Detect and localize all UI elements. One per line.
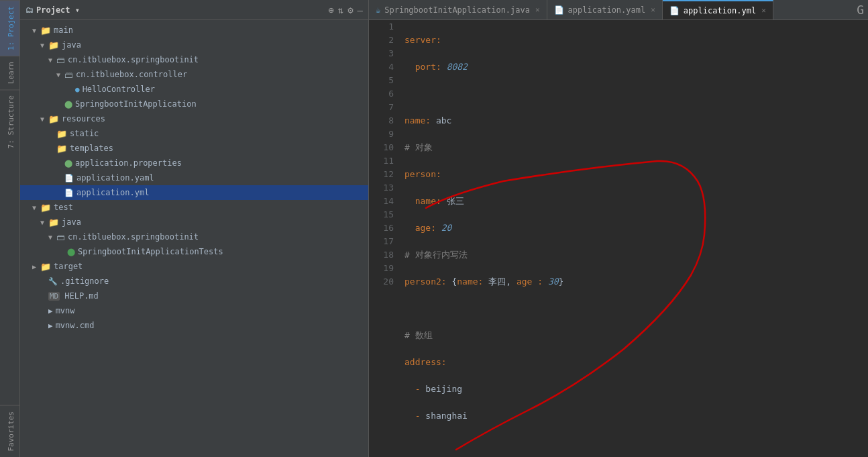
code-line-9: # 对象行内写法 xyxy=(404,248,863,262)
package-name-controller: cn.itbluebox.controller xyxy=(76,70,187,79)
tab-application-yaml[interactable]: 📄 application.yaml ✕ xyxy=(547,0,663,19)
yml-icon: 📄 xyxy=(64,189,74,197)
code-line-13: address: xyxy=(404,356,863,369)
tab-icon-java: ☕ xyxy=(376,5,380,15)
md-icon: MD xyxy=(48,292,60,301)
tree-item-java[interactable]: ▼ 📁 java xyxy=(20,38,368,52)
tree-item-test-package[interactable]: ▼ 🗃 cn.itbluebox.springbootinit xyxy=(20,230,368,244)
close-tab-java[interactable]: ✕ xyxy=(535,5,540,14)
close-tab-yml[interactable]: ✕ xyxy=(761,6,766,15)
add-icon[interactable]: ⊕ xyxy=(328,5,333,15)
project-header: 🗂 Project ▾ ⊕ ⇅ ⚙ — xyxy=(20,0,368,20)
package-icon-springbootinit: 🗃 xyxy=(56,55,65,65)
folder-name-test: test xyxy=(54,203,73,212)
tree-item-springboot-app[interactable]: ⬤ SpringbootInitApplication xyxy=(20,97,368,111)
tree-item-springbootinit[interactable]: ▼ 🗃 cn.itbluebox.springbootinit xyxy=(20,52,368,67)
tab-label-springboot-java: SpringbootInitApplication.java xyxy=(384,5,530,15)
gitignore-icon: 🔧 xyxy=(48,277,58,286)
arrow-springbootinit: ▼ xyxy=(48,56,56,64)
tab-icon-yaml: 📄 xyxy=(554,5,564,15)
tab-bar-right: G xyxy=(853,0,868,19)
tree-item-target[interactable]: ▶ 📁 target xyxy=(20,259,368,274)
tab-springboot-java[interactable]: ☕ SpringbootInitApplication.java ✕ xyxy=(369,0,547,19)
code-line-6: person: xyxy=(404,168,863,181)
code-line-8: age: 20 xyxy=(404,221,863,235)
line-numbers: 1 2 3 4 5 6 7 8 9 10 11 12 13 14 15 16 1… xyxy=(369,20,399,457)
tree-item-templates[interactable]: 📁 templates xyxy=(20,141,368,156)
editor-area: ☕ SpringbootInitApplication.java ✕ 📄 app… xyxy=(369,0,868,457)
spring-icon-app: ⬤ xyxy=(64,100,72,109)
folder-icon-templates: 📁 xyxy=(56,144,67,154)
arrow-test-package: ▼ xyxy=(48,234,56,241)
tree-item-app-yml[interactable]: 📄 application.yml xyxy=(20,185,368,200)
project-header-icons: ⊕ ⇅ ⚙ — xyxy=(328,5,363,15)
code-editor[interactable]: 1 2 3 4 5 6 7 8 9 10 11 12 13 14 15 16 1… xyxy=(369,20,868,457)
folder-icon-resources: 📁 xyxy=(48,114,59,124)
tree-item-test-java[interactable]: ▼ 📁 java xyxy=(20,215,368,230)
tree-item-gitignore[interactable]: 🔧 .gitignore xyxy=(20,274,368,289)
arrow-test: ▼ xyxy=(32,204,40,211)
properties-icon: ⬤ xyxy=(64,159,72,168)
folder-name-templates: templates xyxy=(70,144,113,153)
folder-icon-test: 📁 xyxy=(40,203,51,213)
tab-application-yml[interactable]: 📄 application.yml ✕ xyxy=(663,0,773,19)
code-line-3 xyxy=(404,87,863,101)
file-name-help-md: HELP.md xyxy=(64,291,99,301)
user-avatar[interactable]: G xyxy=(857,3,864,17)
tree-item-static[interactable]: 📁 static xyxy=(20,126,368,141)
tree-item-app-tests[interactable]: ⬤ SpringbootInitApplicationTests xyxy=(20,244,368,259)
file-name-gitignore: .gitignore xyxy=(60,276,109,286)
tab-label-application-yml: application.yml xyxy=(684,6,756,15)
code-line-4: name: abc xyxy=(404,114,863,128)
code-content: server: port: 8082 name: abc # 对象 person… xyxy=(399,20,868,457)
file-name-app-properties: application.properties xyxy=(75,158,182,168)
file-name-app-yaml: application.yaml xyxy=(76,173,154,183)
settings-icon[interactable]: ⚙ xyxy=(347,5,353,15)
minimize-icon[interactable]: — xyxy=(358,5,363,15)
learn-tab[interactable]: Learn xyxy=(0,56,19,89)
tab-icon-yml: 📄 xyxy=(669,6,680,15)
tree-item-help-md[interactable]: MD HELP.md xyxy=(20,289,368,303)
folder-icon-java: 📁 xyxy=(48,40,59,50)
folder-name-java: java xyxy=(62,40,81,50)
file-name-mvnw-cmd: mvnw.cmd xyxy=(56,321,95,330)
code-line-5: # 对象 xyxy=(404,141,863,154)
tree-item-app-properties[interactable]: ⬤ application.properties xyxy=(20,156,368,170)
tree-item-mvnw-cmd[interactable]: ▶ mvnw.cmd xyxy=(20,318,368,333)
tree-item-mvnw[interactable]: ▶ mvnw xyxy=(20,303,368,318)
test-icon: ⬤ xyxy=(67,248,75,256)
tree-item-resources[interactable]: ▼ 📁 resources xyxy=(20,111,368,126)
sort-icon[interactable]: ⇅ xyxy=(338,5,343,15)
tree-item-test[interactable]: ▼ 📁 test xyxy=(20,200,368,215)
left-sidebar: 1: Project Learn 7: Structure Favorites xyxy=(0,0,20,457)
arrow-resources: ▼ xyxy=(40,115,48,123)
folder-name-test-java: java xyxy=(62,217,81,227)
favorites-tab[interactable]: Favorites xyxy=(0,405,19,457)
tab-bar: ☕ SpringbootInitApplication.java ✕ 📄 app… xyxy=(369,0,868,20)
folder-name-static: static xyxy=(70,129,99,138)
code-line-11 xyxy=(404,302,863,315)
package-icon-controller: 🗃 xyxy=(64,70,73,80)
file-name-hello-controller: HelloController xyxy=(83,85,155,94)
tree-item-hello-controller[interactable]: ● HelloController xyxy=(20,82,368,97)
tree-item-main[interactable]: ▼ 📁 main xyxy=(20,23,368,38)
tree-item-app-yaml[interactable]: 📄 application.yaml xyxy=(20,170,368,185)
folder-icon-main: 📁 xyxy=(40,26,51,36)
arrow-controller: ▼ xyxy=(56,71,64,79)
close-tab-yaml[interactable]: ✕ xyxy=(651,5,655,14)
code-line-1: server: xyxy=(404,34,863,47)
project-panel: 🗂 Project ▾ ⊕ ⇅ ⚙ — ▼ 📁 main ▼ 📁 java ▼ xyxy=(20,0,369,457)
tree-item-controller[interactable]: ▼ 🗃 cn.itbluebox.controller xyxy=(20,67,368,82)
file-tree: ▼ 📁 main ▼ 📁 java ▼ 🗃 cn.itbluebox.sprin… xyxy=(20,20,368,457)
project-title: Project ▾ xyxy=(36,5,80,15)
project-tab[interactable]: 1: Project xyxy=(0,0,19,56)
folder-name-target: target xyxy=(54,262,83,271)
structure-tab[interactable]: 7: Structure xyxy=(0,89,19,154)
arrow-test-java: ▼ xyxy=(40,219,48,226)
code-line-15: - shanghai xyxy=(404,409,863,423)
tab-label-application-yaml: application.yaml xyxy=(568,5,646,15)
project-title-area: 🗂 Project ▾ xyxy=(25,5,80,15)
folder-name-main: main xyxy=(54,26,73,35)
code-line-14: - beijing xyxy=(404,383,863,396)
folder-name-resources: resources xyxy=(62,114,105,123)
